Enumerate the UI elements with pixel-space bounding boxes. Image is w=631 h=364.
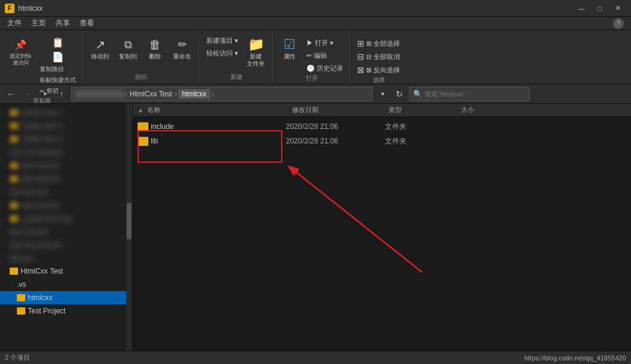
select-all-label: ⊞ 全部选择 [366, 39, 400, 48]
sidebar-label-2: Folder Item 2 [21, 122, 63, 130]
new-item-button[interactable]: 新建项目 ▾ [204, 35, 241, 46]
select-label: 选择 [373, 76, 385, 84]
copy-path-button[interactable]: 复制路径 [37, 64, 78, 75]
sort-arrow: ▲ [138, 107, 144, 113]
ribbon-group-new: 新建项目 ▾ 轻松访问 ▾ 📁 新建文件夹 新建 [200, 33, 273, 84]
up-button[interactable]: ↑ [54, 87, 69, 101]
forward-button[interactable]: → [21, 87, 35, 101]
select-all-button[interactable]: ⊞ ⊞ 全部选择 [355, 37, 402, 49]
move-to-button[interactable]: ↗ 移动到 [87, 35, 113, 63]
search-input[interactable] [425, 90, 525, 98]
paste-button[interactable] [37, 49, 78, 64]
path-htmlcxx-test[interactable]: HtmlCxx Test [128, 90, 173, 98]
new-folder-icon: 📁 [249, 37, 263, 52]
move-icon: ↗ [93, 37, 107, 52]
properties-button[interactable]: ☑ 属性 [277, 35, 302, 63]
sidebar-htmlcxx[interactable]: htmlcxx [0, 291, 126, 304]
copy-button[interactable] [37, 35, 78, 49]
sidebar-item-10[interactable]: Item blurred [0, 225, 132, 239]
col-header-type[interactable]: 类型 [386, 105, 458, 115]
rename-icon: ✏ [175, 37, 189, 52]
sidebar-item-4[interactable]: Item text blurred [0, 146, 132, 159]
sidebar-item-5[interactable]: Item blurred [0, 159, 132, 172]
open-content: ☑ 属性 ▶ 打开 ▾ ✏ 编辑 🕐 历史记录 [277, 33, 346, 74]
file-date-include: 2020/2/28 21:06 [286, 122, 382, 131]
open-label: 打开 [306, 74, 318, 83]
sidebar-item-1[interactable]: Folder Item 1 [0, 106, 132, 119]
menu-share[interactable]: 共享 [51, 17, 75, 30]
status-item-count: 2 个项目 [5, 353, 30, 362]
ribbon-group-open: ☑ 属性 ▶ 打开 ▾ ✏ 编辑 🕐 历史记录 打开 [274, 33, 350, 84]
menu-home[interactable]: 主页 [27, 17, 51, 30]
sidebar-label-6: Item blurred [21, 175, 59, 183]
col-header-date[interactable]: 修改日期 [290, 105, 386, 115]
delete-icon: 🗑 [148, 37, 162, 52]
new-label: 新建 [230, 73, 243, 81]
sidebar-label-9: Longer item text [21, 215, 72, 223]
easy-access-button[interactable]: 轻松访问 ▾ [204, 48, 241, 59]
path-htmlcxx[interactable]: htmlcxx [178, 89, 210, 99]
sidebar-htmlcxx-test[interactable]: HtmlCxx Test [0, 265, 126, 278]
back-button[interactable]: ← [4, 87, 18, 101]
sidebar-item-6[interactable]: Item blurred [0, 172, 132, 186]
delete-button[interactable]: 🗑 删除 [143, 35, 167, 63]
file-row-include[interactable]: include 2020/2/28 21:06 文件夹 [133, 119, 631, 134]
window-title: htmlcxx [18, 4, 43, 13]
sidebar-label-htmlcxx-test: HtmlCxx Test [21, 267, 63, 275]
menu-file[interactable]: 文件 [2, 17, 27, 30]
pin-icon [13, 37, 28, 52]
file-list: ▲ 名称 修改日期 类型 大小 include 2020/2/28 21:06 … [133, 104, 631, 351]
sidebar-label-4: Item text blurred [10, 148, 62, 157]
sidebar-vs[interactable]: .vs [0, 278, 126, 291]
sidebar-item-2[interactable]: Folder Item 2 [0, 119, 132, 133]
copy-icon [52, 36, 64, 48]
copy-to-button[interactable]: ⧉ 复制到 [115, 35, 141, 63]
title-bar-left: F htmlcxx [5, 4, 43, 13]
minimize-button[interactable]: — [573, 2, 590, 15]
sidebar-item-11[interactable]: Item blurred text [0, 239, 132, 252]
properties-label: 属性 [284, 53, 296, 60]
delete-label: 删除 [149, 53, 161, 60]
sidebar-test-project[interactable]: Test Project [0, 304, 126, 318]
sidebar-item-3[interactable]: Folder Item 3 [0, 133, 132, 146]
sidebar-content: Folder Item 1 Folder Item 2 Folder Item … [0, 104, 132, 270]
sidebar-label-11: Item blurred text [10, 241, 62, 249]
sidebar-scroll-thumb [127, 203, 132, 239]
file-list-header: ▲ 名称 修改日期 类型 大小 [133, 104, 631, 117]
close-button[interactable]: ✕ [609, 2, 626, 15]
sidebar-item-8[interactable]: Item blurred [0, 199, 132, 212]
sidebar: Folder Item 1 Folder Item 2 Folder Item … [0, 104, 133, 351]
rename-button[interactable]: ✏ 重命名 [170, 35, 195, 63]
pin-button[interactable]: 固定到快速访问 [6, 35, 35, 69]
col-header-name[interactable]: 名称 [145, 105, 290, 115]
new-folder-button[interactable]: 📁 新建文件夹 [243, 35, 268, 70]
refresh-button[interactable]: ↻ [392, 87, 407, 101]
recent-locations-button[interactable]: ▾ [37, 87, 52, 101]
deselect-all-icon: ⊟ [357, 52, 364, 61]
col-header-size[interactable]: 大小 [458, 105, 507, 115]
paste-shortcut-button[interactable]: 粘贴快捷方式 [37, 75, 78, 86]
invert-selection-button[interactable]: ⊠ ⊠ 反向选择 [355, 64, 402, 76]
title-controls: — □ ✕ [573, 2, 626, 15]
file-row-lib[interactable]: lib 2020/2/28 21:06 文件夹 [133, 134, 631, 148]
address-dropdown-button[interactable]: ▾ [375, 87, 390, 101]
help-button[interactable]: ? [613, 18, 624, 29]
deselect-all-button[interactable]: ⊟ ⊟ 全部取消 [355, 51, 402, 63]
search-icon: 🔍 [413, 90, 422, 98]
maximize-button[interactable]: □ [591, 2, 608, 15]
sidebar-item-12[interactable]: Blurred [0, 252, 132, 265]
ribbon-group-organize: ↗ 移动到 ⧉ 复制到 🗑 删除 ✏ 重命名 组织 [84, 33, 199, 84]
history-button[interactable]: 🕐 历史记录 [304, 63, 346, 74]
sidebar-label-1: Folder Item 1 [21, 108, 63, 117]
deselect-all-label: ⊟ 全部取消 [366, 52, 400, 61]
open-button[interactable]: ▶ 打开 ▾ [304, 37, 346, 49]
sidebar-scrollbar[interactable] [126, 104, 132, 351]
sidebar-item-7[interactable]: Item blurred [0, 186, 132, 199]
menu-view[interactable]: 查看 [75, 17, 99, 30]
ribbon-group-select: ⊞ ⊞ 全部选择 ⊟ ⊟ 全部取消 ⊠ ⊠ 反向选择 选择 [351, 33, 406, 84]
edit-button[interactable]: ✏ 编辑 [304, 50, 346, 61]
title-icon: F [5, 4, 14, 13]
sidebar-item-9[interactable]: Longer item text [0, 212, 132, 225]
folder-icon-5 [10, 162, 18, 169]
copy-to-icon: ⧉ [121, 37, 135, 52]
